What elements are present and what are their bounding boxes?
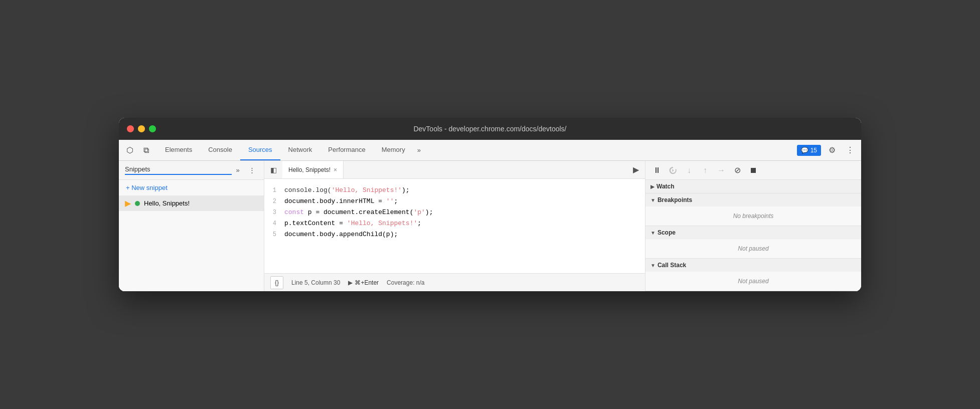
run-shortcut-label: ⌘+Enter xyxy=(355,279,379,286)
toolbar-icons: ⬡ ⧉ xyxy=(123,143,153,157)
tab-network[interactable]: Network xyxy=(280,140,320,160)
debugger-panel: ⏸ ↓ ↑ → ⊘ ⏹ ▶ Watch xyxy=(645,161,861,291)
device-toggle-btn[interactable]: ⧉ xyxy=(139,143,153,157)
scope-section: ▼ Scope Not paused xyxy=(645,226,861,259)
code-editor[interactable]: 1 console.log('Hello, Snippets!'); 2 doc… xyxy=(264,179,645,273)
call-stack-not-paused-label: Not paused xyxy=(738,278,768,285)
left-panel: Snippets » ⋮ + New snippet ▶ Hello, Snip… xyxy=(119,161,264,291)
scope-section-header[interactable]: ▼ Scope xyxy=(645,226,861,239)
toolbar-right: 💬 15 ⚙ ⋮ xyxy=(797,143,857,157)
breakpoints-arrow-icon: ▼ xyxy=(650,197,656,203)
line-code-5: document.body.appendChild(p); xyxy=(284,229,645,240)
step-out-btn[interactable]: ↑ xyxy=(698,163,713,178)
minimize-button[interactable] xyxy=(138,125,145,132)
traffic-lights xyxy=(127,125,156,132)
snippet-active-dot xyxy=(135,201,140,206)
snippets-title: Snippets xyxy=(125,165,232,175)
line-code-1: console.log('Hello, Snippets!'); xyxy=(284,185,645,196)
scope-arrow-icon: ▼ xyxy=(650,230,656,236)
run-snippet-status-btn[interactable]: ▶ ⌘+Enter xyxy=(348,279,379,286)
call-stack-section-label: Call Stack xyxy=(658,262,686,269)
watch-section-header[interactable]: ▶ Watch xyxy=(645,180,861,193)
snippets-menu-btn[interactable]: ⋮ xyxy=(246,164,258,176)
code-line-3: 3 const p = document.createElement('p'); xyxy=(264,207,645,218)
code-line-5: 5 document.body.appendChild(p); xyxy=(264,229,645,240)
coverage-label: Coverage: n/a xyxy=(387,279,424,286)
editor-status-bar: {} Line 5, Column 30 ▶ ⌘+Enter Coverage:… xyxy=(264,273,645,291)
code-line-1: 1 console.log('Hello, Snippets!'); xyxy=(264,185,645,196)
editor-tab-name: Hello, Snippets! xyxy=(288,166,331,173)
breakpoints-content: No breakpoints xyxy=(645,207,861,226)
step-into-btn[interactable]: ↓ xyxy=(682,163,697,178)
watch-section-label: Watch xyxy=(657,183,675,190)
snippets-panel-header: Snippets » ⋮ xyxy=(119,161,264,180)
tab-memory[interactable]: Memory xyxy=(374,140,413,160)
call-stack-arrow-icon: ▼ xyxy=(650,263,656,268)
no-breakpoints-label: No breakpoints xyxy=(733,213,774,220)
top-toolbar: ⬡ ⧉ Elements Console Sources Network Per… xyxy=(119,140,861,161)
maximize-button[interactable] xyxy=(149,125,156,132)
pause-btn[interactable]: ⏸ xyxy=(649,163,665,178)
notification-count: 15 xyxy=(810,147,817,154)
breakpoints-section-label: Breakpoints xyxy=(658,196,692,203)
panel-header-icons: » ⋮ xyxy=(232,164,258,176)
step-btn[interactable]: → xyxy=(714,163,729,178)
tab-performance[interactable]: Performance xyxy=(320,140,373,160)
line-number-1: 1 xyxy=(264,185,284,196)
snippets-more-btn[interactable]: » xyxy=(232,164,244,176)
call-stack-section-header[interactable]: ▼ Call Stack xyxy=(645,259,861,272)
run-arrow-icon: ▶ xyxy=(348,279,353,286)
select-element-btn[interactable]: ⬡ xyxy=(123,143,137,157)
watch-section: ▶ Watch xyxy=(645,180,861,193)
snippet-file-icon: ▶ xyxy=(125,198,131,208)
scope-section-label: Scope xyxy=(658,229,676,236)
call-stack-section: ▼ Call Stack Not paused xyxy=(645,259,861,291)
notification-icon: 💬 xyxy=(801,147,808,154)
line-number-2: 2 xyxy=(264,196,284,207)
close-button[interactable] xyxy=(127,125,134,132)
snippet-name: Hello, Snippets! xyxy=(144,199,190,207)
window-title: DevTools - developer.chrome.com/docs/dev… xyxy=(413,125,566,133)
devtools-window: DevTools - developer.chrome.com/docs/dev… xyxy=(119,118,861,291)
line-code-4: p.textContent = 'Hello, Snippets!'; xyxy=(284,218,645,229)
tabs-more-btn[interactable]: » xyxy=(413,140,425,160)
code-line-2: 2 document.body.innerHTML = ''; xyxy=(264,196,645,207)
settings-btn[interactable]: ⚙ xyxy=(825,143,839,157)
pause-exceptions-btn[interactable]: ⏹ xyxy=(746,163,761,178)
run-snippet-toolbar-btn[interactable]: ▶ xyxy=(629,163,643,177)
new-snippet-label: + New snippet xyxy=(126,184,168,191)
line-number-3: 3 xyxy=(264,207,284,218)
line-code-3: const p = document.createElement('p'); xyxy=(284,207,645,218)
new-snippet-button[interactable]: + New snippet xyxy=(119,180,264,195)
code-line-4: 4 p.textContent = 'Hello, Snippets!'; xyxy=(264,218,645,229)
sidebar-toggle-btn[interactable]: ◧ xyxy=(266,163,280,177)
editor-tabs: ◧ Hello, Snippets! × ▶ xyxy=(264,161,645,179)
devtools-body: ⬡ ⧉ Elements Console Sources Network Per… xyxy=(119,140,861,291)
line-code-2: document.body.innerHTML = ''; xyxy=(284,196,645,207)
deactivate-breakpoints-btn[interactable]: ⊘ xyxy=(730,163,745,178)
more-options-btn[interactable]: ⋮ xyxy=(843,143,857,157)
line-number-5: 5 xyxy=(264,229,284,240)
format-code-btn[interactable]: {} xyxy=(270,276,283,289)
watch-arrow-icon: ▶ xyxy=(650,184,655,189)
call-stack-content: Not paused xyxy=(645,272,861,291)
breakpoints-section-header[interactable]: ▼ Breakpoints xyxy=(645,193,861,207)
tab-console[interactable]: Console xyxy=(200,140,240,160)
notifications-btn[interactable]: 💬 15 xyxy=(797,145,821,156)
scope-not-paused-label: Not paused xyxy=(738,245,768,252)
step-over-btn[interactable] xyxy=(666,163,681,178)
editor-panel: ◧ Hello, Snippets! × ▶ 1 console.log('He… xyxy=(264,161,645,291)
editor-tab-hello-snippets[interactable]: Hello, Snippets! × xyxy=(282,161,344,178)
editor-tab-close-btn[interactable]: × xyxy=(334,166,337,173)
line-number-4: 4 xyxy=(264,218,284,229)
tab-elements[interactable]: Elements xyxy=(157,140,200,160)
snippet-item-hello[interactable]: ▶ Hello, Snippets! xyxy=(119,195,264,211)
tab-sources[interactable]: Sources xyxy=(240,140,280,160)
titlebar: DevTools - developer.chrome.com/docs/dev… xyxy=(119,118,861,140)
top-tabs: Elements Console Sources Network Perform… xyxy=(157,140,793,160)
debug-toolbar: ⏸ ↓ ↑ → ⊘ ⏹ xyxy=(645,161,861,180)
scope-content: Not paused xyxy=(645,239,861,258)
cursor-position: Line 5, Column 30 xyxy=(291,279,340,286)
main-area: Snippets » ⋮ + New snippet ▶ Hello, Snip… xyxy=(119,161,861,291)
breakpoints-section: ▼ Breakpoints No breakpoints xyxy=(645,193,861,226)
